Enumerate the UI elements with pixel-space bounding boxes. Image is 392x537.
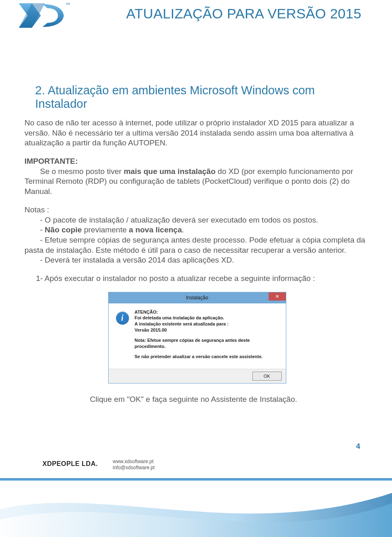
close-icon: ✕ (275, 294, 279, 299)
section-heading: 2. Atualização em ambientes Microsoft Wi… (35, 84, 370, 111)
dialog-line2: A instalação existente será atualizada p… (135, 321, 229, 326)
footer-email: info@xdsoftware.pt (113, 465, 155, 471)
dialog-titlebar: Instalação ✕ (109, 292, 286, 303)
footer-links: www.xdsoftware.pt info@xdsoftware.pt (113, 459, 155, 471)
dialog-line3: Versão 2015.00 (135, 328, 167, 332)
trademark-text: TM (66, 2, 70, 5)
logo: TM (16, 0, 71, 33)
dialog-line1: Foi detetada uma instalação da aplicação… (135, 315, 224, 320)
closing-text: Clique em "OK" e faça seguinte no Assist… (90, 395, 370, 404)
dialog-footer: OK (109, 369, 286, 383)
content: 2. Atualização em ambientes Microsoft Wi… (0, 37, 392, 404)
note-4: - Deverá ter instalada a versão 2014 das… (24, 255, 370, 265)
paragraph-intro: No caso de não ter acesso à internet, po… (24, 118, 370, 148)
dialog-body: i ATENÇÃO: Foi detetada uma instalação d… (109, 303, 286, 369)
dialog-attention: ATENÇÃO: (135, 310, 158, 314)
info-icon: i (116, 312, 129, 325)
header: TM ATUALIZAÇÃO PARA VERSÃO 2015 (0, 0, 392, 37)
footer: 4 XDPEOPLE LDA. www.xdsoftware.pt info@x… (0, 435, 392, 537)
important-label: IMPORTANTE: (24, 157, 78, 165)
close-button[interactable]: ✕ (269, 292, 286, 301)
note-3: - Efetue sempre cópias de segurança ante… (24, 235, 370, 255)
notes-label: Notas : (24, 205, 370, 215)
dialog-line4: Nota: Efetue sempre cópias de segurança … (135, 337, 279, 350)
note-2: - Não copie previamente a nova licença. (24, 225, 370, 235)
footer-website: www.xdsoftware.pt (113, 459, 155, 465)
step-1: 1- Após executar o instalador no posto a… (36, 274, 370, 284)
footer-company: XDPEOPLE LDA. (42, 460, 98, 468)
page-title: ATUALIZAÇÃO PARA VERSÃO 2015 (126, 6, 361, 22)
dialog-screenshot: Instalação ✕ i ATENÇÃO: Foi detetada uma… (24, 292, 370, 383)
important-block: IMPORTANTE: Se o mesmo posto tiver mais … (24, 156, 370, 197)
dialog-window: Instalação ✕ i ATENÇÃO: Foi detetada uma… (108, 292, 286, 383)
dialog-message: ATENÇÃO: Foi detetada uma instalação da … (135, 309, 279, 364)
page-number: 4 (356, 442, 360, 451)
footer-swoosh (0, 481, 392, 537)
dialog-line5: Se não pretender atualizar a versão canc… (135, 354, 279, 360)
notes-block: Notas : - O pacote de instalação / atual… (24, 205, 370, 265)
important-text-bold: mais que uma instalação (124, 167, 216, 176)
important-text-a: Se o mesmo posto tiver (40, 167, 124, 176)
ok-button[interactable]: OK (252, 372, 282, 381)
dialog-title: Instalação (186, 295, 208, 301)
note-1: - O pacote de instalação / atualização d… (24, 215, 370, 225)
